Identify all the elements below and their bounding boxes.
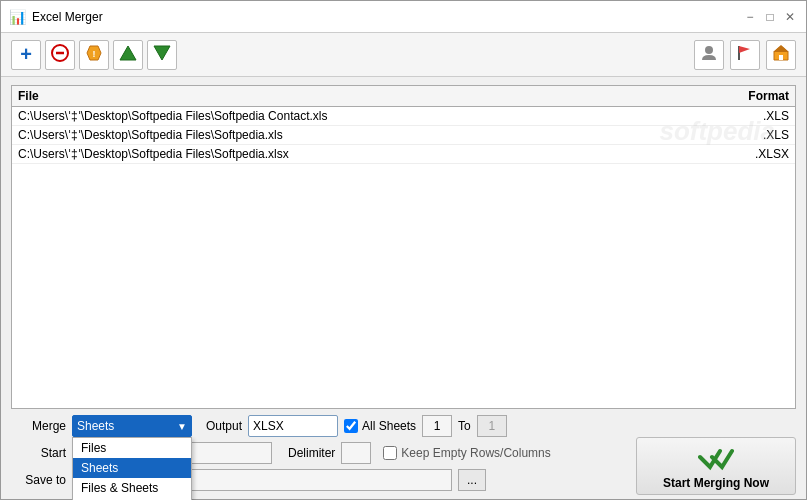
file-path-cell: C:\Users\ˈ‡ˈ\Desktop\Softpedia Files\Sof… [18,147,709,161]
file-path-cell: C:\Users\ˈ‡ˈ\Desktop\Softpedia Files\Sof… [18,109,709,123]
add-icon: + [20,43,32,66]
svg-point-6 [705,46,713,54]
sheet-to-input[interactable] [477,415,507,437]
save-to-label: Save to [11,473,66,487]
close-button[interactable]: ✕ [782,9,798,25]
maximize-button[interactable]: □ [762,9,778,25]
toolbar: + ! [1,33,806,77]
user-icon [700,44,718,66]
add-file-button[interactable]: + [11,40,41,70]
to-label: To [458,419,471,433]
title-bar-controls: − □ ✕ [742,9,798,25]
output-dropdown-wrap: XLSX XLS CSV [248,415,338,437]
app-icon: 📊 [9,9,26,25]
svg-rect-10 [779,55,783,60]
format-column-header: Format [709,89,789,103]
merge-dropdown-popup: Files Sheets Files & Sheets Rows Columns [72,437,192,500]
svg-text:!: ! [93,49,96,59]
toolbar-right [694,40,796,70]
merge-selected-value: Sheets [77,419,114,433]
table-row[interactable]: C:\Users\ˈ‡ˈ\Desktop\Softpedia Files\Sof… [12,126,795,145]
merge-select[interactable]: Sheets ▼ [72,415,192,437]
output-select[interactable]: XLSX XLS CSV [248,415,338,437]
all-sheets-checkbox[interactable] [344,419,358,433]
flag-icon [736,44,754,66]
main-window: 📊 Excel Merger − □ ✕ + [0,0,807,500]
keep-empty-label[interactable]: Keep Empty Rows/Columns [383,446,550,460]
toolbar-left: + ! [11,40,177,70]
start-merge-icon [698,443,734,474]
table-header: File Format [12,86,795,107]
cancel-icon [51,44,69,66]
output-label: Output [206,419,242,433]
start-label: Start [11,446,66,460]
window-title: Excel Merger [32,10,103,24]
file-table: File Format C:\Users\ˈ‡ˈ\Desktop\Softped… [11,85,796,409]
file-path-cell: C:\Users\ˈ‡ˈ\Desktop\Softpedia Files\Sof… [18,128,709,142]
home-icon [772,44,790,66]
merge-row: Merge Sheets ▼ Files Sheets Files & Shee… [11,415,796,437]
flag-button[interactable] [730,40,760,70]
svg-marker-8 [739,46,750,53]
delimiter-label: Delimiter [288,446,335,460]
move-up-button[interactable] [113,40,143,70]
merge-option-files-sheets[interactable]: Files & Sheets [73,478,191,498]
home-button[interactable] [766,40,796,70]
clear-icon: ! [85,44,103,66]
content-area: File Format C:\Users\ˈ‡ˈ\Desktop\Softped… [1,77,806,409]
move-down-button[interactable] [147,40,177,70]
format-cell: .XLS [709,109,789,123]
bottom-panel: Merge Sheets ▼ Files Sheets Files & Shee… [1,409,806,499]
merge-dropdown-wrap: Sheets ▼ Files Sheets Files & Sheets Row… [72,415,192,437]
title-bar-left: 📊 Excel Merger [9,9,103,25]
remove-button[interactable] [45,40,75,70]
sheet-from-input[interactable] [422,415,452,437]
merge-option-files[interactable]: Files [73,438,191,458]
keep-empty-checkbox[interactable] [383,446,397,460]
minimize-button[interactable]: − [742,9,758,25]
keep-empty-text: Keep Empty Rows/Columns [401,446,550,460]
merge-dropdown-arrow: ▼ [177,421,187,432]
format-cell: .XLSX [709,147,789,161]
start-merge-button[interactable]: Start Merging Now [636,437,796,495]
delimiter-input[interactable] [341,442,371,464]
down-arrow-icon [153,44,171,66]
start-merge-label: Start Merging Now [663,476,769,490]
svg-marker-5 [154,46,170,60]
svg-marker-4 [120,46,136,60]
svg-marker-11 [773,45,789,52]
all-sheets-text: All Sheets [362,419,416,433]
browse-button[interactable]: ... [458,469,486,491]
file-column-header: File [18,89,709,103]
merge-label: Merge [11,419,66,433]
format-cell: .XLS [709,128,789,142]
clear-button[interactable]: ! [79,40,109,70]
title-bar: 📊 Excel Merger − □ ✕ [1,1,806,33]
table-row[interactable]: C:\Users\ˈ‡ˈ\Desktop\Softpedia Files\Sof… [12,145,795,164]
merge-option-sheets[interactable]: Sheets [73,458,191,478]
up-arrow-icon [119,44,137,66]
all-sheets-label[interactable]: All Sheets [344,419,416,433]
table-row[interactable]: C:\Users\ˈ‡ˈ\Desktop\Softpedia Files\Sof… [12,107,795,126]
user-button[interactable] [694,40,724,70]
